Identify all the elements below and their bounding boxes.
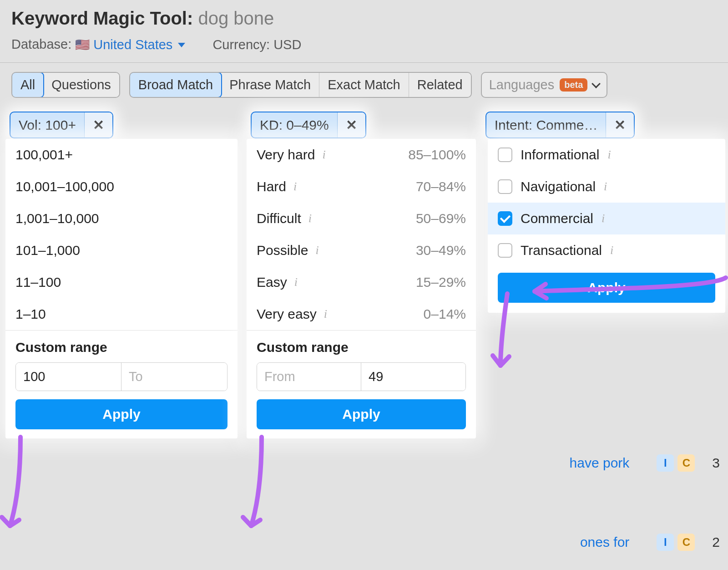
info-icon[interactable]: i — [604, 180, 607, 193]
intent-badge-c: C — [677, 454, 695, 472]
tab-broad-match[interactable]: Broad Match — [129, 72, 222, 98]
table-row: have pork I C 3 — [570, 454, 728, 472]
vol-option[interactable]: 1,001–10,000 — [5, 203, 238, 234]
kd-to-input[interactable] — [361, 363, 465, 391]
intent-badge-c: C — [677, 534, 695, 551]
checkbox[interactable] — [498, 243, 512, 258]
vol-option[interactable]: 1–10 — [5, 298, 238, 330]
title-prefix: Keyword Magic Tool: — [11, 8, 193, 28]
close-icon[interactable]: ✕ — [84, 112, 112, 137]
info-icon[interactable]: i — [324, 307, 327, 321]
custom-range-label: Custom range — [257, 340, 466, 355]
info-icon[interactable]: i — [294, 275, 298, 289]
flag-us-icon: 🇺🇸 — [75, 38, 90, 52]
close-icon[interactable]: ✕ — [606, 112, 634, 137]
intent-badge-i: I — [657, 534, 674, 551]
annotation-arrow-icon — [0, 433, 32, 545]
kd-from-input[interactable] — [257, 363, 361, 391]
kd-option[interactable]: Very easyi 0–14% — [247, 298, 476, 330]
kd-option[interactable]: Difficulti 50–69% — [247, 203, 476, 234]
info-icon[interactable]: i — [322, 148, 325, 162]
kd-option[interactable]: Hardi 70–84% — [247, 171, 476, 203]
checkbox[interactable] — [498, 179, 512, 194]
intent-option-transactional[interactable]: Transactional i — [488, 234, 725, 266]
vol-option[interactable]: 100,001+ — [5, 139, 238, 171]
match-type-group: Broad Match Phrase Match Exact Match Rel… — [129, 72, 472, 98]
tab-exact-match[interactable]: Exact Match — [319, 73, 409, 97]
intent-dropdown: Informational i Navigational i Commercia… — [488, 139, 725, 313]
apply-button[interactable]: Apply — [498, 273, 715, 303]
vol-option[interactable]: 10,001–100,000 — [5, 171, 238, 203]
database-field: Database: 🇺🇸 United States — [11, 37, 185, 52]
info-icon[interactable]: i — [315, 244, 318, 257]
title-keyword: dog bone — [198, 8, 274, 28]
intent-badge-i: I — [657, 454, 674, 472]
query-type-group: All Questions — [11, 72, 120, 98]
kd-option[interactable]: Easyi 15–29% — [247, 266, 476, 298]
vol-from-input[interactable] — [16, 363, 121, 391]
info-icon[interactable]: i — [308, 212, 312, 225]
tab-related[interactable]: Related — [409, 73, 471, 97]
table-row: ones for I C 2 — [580, 534, 728, 551]
apply-button[interactable]: Apply — [15, 399, 228, 429]
page-title: Keyword Magic Tool: dog bone — [11, 8, 717, 29]
filter-chip-intent[interactable]: Intent: Comme… ✕ — [485, 112, 635, 138]
kd-option[interactable]: Possiblei 30–49% — [247, 234, 476, 266]
apply-button[interactable]: Apply — [257, 399, 466, 429]
info-icon[interactable]: i — [607, 148, 611, 162]
vol-option[interactable]: 101–1,000 — [5, 234, 238, 266]
tab-questions[interactable]: Questions — [43, 73, 119, 97]
info-icon[interactable]: i — [610, 244, 613, 257]
database-selector[interactable]: 🇺🇸 United States — [75, 37, 185, 52]
intent-option-navigational[interactable]: Navigational i — [488, 171, 725, 203]
beta-badge: beta — [560, 78, 587, 92]
vol-to-input[interactable] — [121, 363, 227, 391]
kd-dropdown: Very hardi 85–100% Hardi 70–84% Difficul… — [247, 139, 476, 438]
annotation-arrow-icon — [237, 433, 273, 545]
intent-option-informational[interactable]: Informational i — [488, 139, 725, 171]
chevron-down-icon — [592, 79, 601, 88]
custom-range-label: Custom range — [15, 340, 228, 355]
chevron-down-icon — [178, 43, 185, 47]
info-icon[interactable]: i — [293, 180, 297, 193]
tab-all[interactable]: All — [11, 72, 44, 98]
vol-option[interactable]: 11–100 — [5, 266, 238, 298]
languages-dropdown[interactable]: Languages beta — [481, 72, 608, 98]
close-icon[interactable]: ✕ — [337, 112, 365, 137]
filter-chip-volume[interactable]: Vol: 100+ ✕ — [10, 112, 113, 138]
currency-field: Currency: USD — [212, 37, 301, 52]
intent-option-commercial[interactable]: Commercial i — [488, 203, 725, 234]
checkbox[interactable] — [498, 148, 512, 162]
filter-chip-kd[interactable]: KD: 0–49% ✕ — [251, 112, 366, 138]
info-icon[interactable]: i — [602, 212, 605, 225]
tab-phrase-match[interactable]: Phrase Match — [221, 73, 319, 97]
kd-option[interactable]: Very hardi 85–100% — [247, 139, 476, 171]
checkbox-checked[interactable] — [498, 211, 512, 226]
volume-dropdown: 100,001+ 10,001–100,000 1,001–10,000 101… — [5, 139, 238, 438]
